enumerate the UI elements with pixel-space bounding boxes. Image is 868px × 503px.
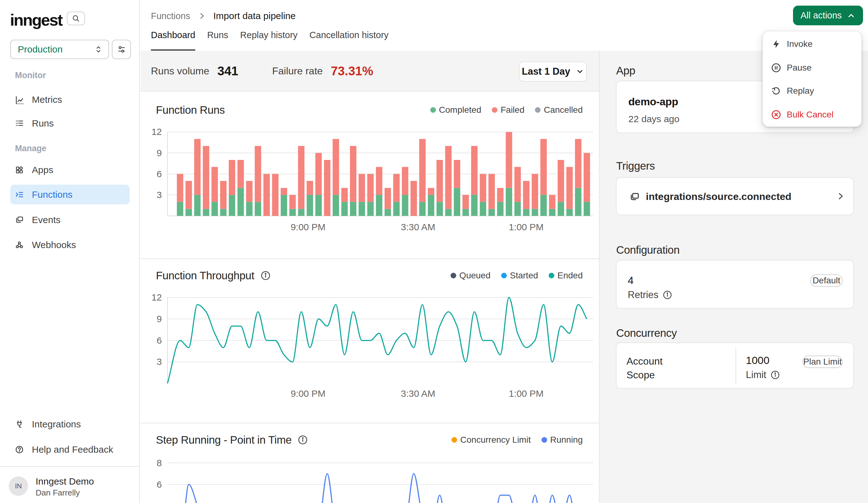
svg-text:12: 12	[152, 292, 162, 302]
svg-text:12: 12	[152, 126, 162, 137]
svg-text:1:00 PM: 1:00 PM	[509, 222, 544, 232]
svg-text:3: 3	[156, 357, 162, 367]
svg-text:9: 9	[156, 314, 162, 324]
svg-text:1:00 PM: 1:00 PM	[509, 388, 544, 399]
svg-text:3:30 AM: 3:30 AM	[401, 222, 435, 232]
svg-text:8: 8	[156, 458, 162, 468]
svg-text:9:00 PM: 9:00 PM	[291, 222, 326, 232]
svg-text:3:30 AM: 3:30 AM	[401, 388, 435, 399]
svg-text:9: 9	[156, 148, 162, 158]
svg-text:9:00 PM: 9:00 PM	[291, 388, 326, 399]
svg-text:6: 6	[156, 169, 162, 179]
svg-text:6: 6	[156, 479, 162, 490]
svg-text:6: 6	[156, 335, 162, 346]
svg-text:3: 3	[156, 189, 162, 200]
